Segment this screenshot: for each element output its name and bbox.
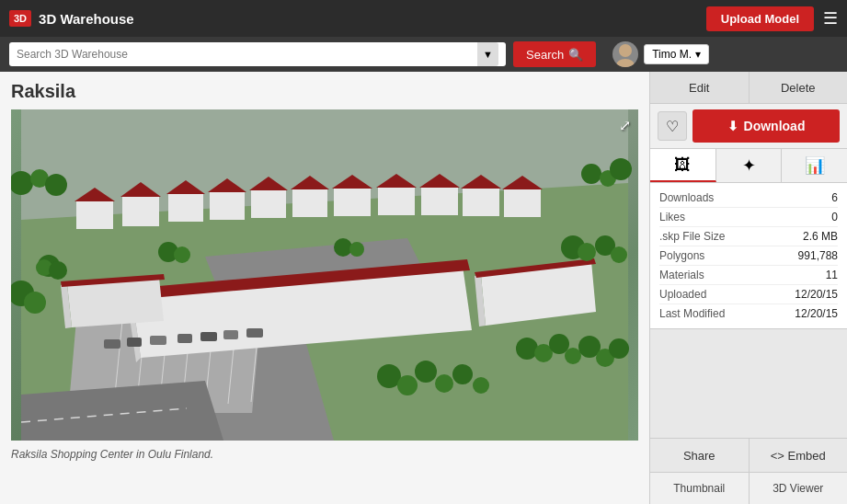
svg-rect-40 [504,189,541,217]
share-embed-bar: Share <> Embed [650,438,847,472]
app-header: 3D 3D Warehouse Upload Model ☰ [0,0,847,37]
svg-point-74 [581,164,601,184]
expand-icon[interactable]: ⤢ [619,117,631,134]
svg-point-66 [397,375,418,395]
svg-rect-36 [421,188,458,215]
svg-point-67 [415,361,437,383]
svg-point-1 [616,59,635,67]
model-caption: Raksila Shopping Center in Oulu Finland. [11,448,638,461]
skp-size-value: 2.6 MB [803,230,838,243]
hamburger-icon[interactable]: ☰ [823,8,838,29]
downloads-label: Downloads [659,191,714,204]
user-dropdown[interactable]: Timo M. ▾ [644,44,709,64]
download-button[interactable]: ⬇ Download [692,109,840,143]
svg-rect-24 [168,194,203,222]
logo-icon: 3D [9,10,31,27]
polygons-label: Polygons [659,249,704,262]
search-input[interactable] [17,48,477,61]
svg-point-60 [549,334,569,354]
svg-point-57 [611,246,627,263]
stat-row-downloads: Downloads 6 [659,189,838,208]
search-button-label: Search [526,48,564,62]
svg-rect-30 [292,189,327,217]
svg-point-69 [452,364,473,384]
svg-rect-34 [378,188,415,215]
stat-row-last-modified: Last Modified 12/20/15 [659,304,838,323]
skp-size-label: .skp File Size [659,230,725,243]
svg-rect-84 [223,330,238,339]
download-icon: ⬇ [727,119,738,133]
svg-point-49 [24,292,46,314]
action-buttons: Edit Delete [650,72,847,104]
avatar [612,41,638,67]
model-scene-svg [11,109,638,441]
tab-3d-button[interactable]: ✦ [716,149,783,182]
search-icon: 🔍 [568,48,583,62]
header-right: Upload Model ☰ [706,6,838,31]
favorite-button[interactable]: ♡ [658,111,687,141]
right-panel: Edit Delete ♡ ⬇ Download 🖼 ✦ 📊 [649,72,847,504]
search-button[interactable]: Search 🔍 [513,41,596,67]
viewer-tabs: Thumbnail 3D Viewer [650,472,847,504]
svg-point-76 [610,158,632,180]
svg-rect-20 [76,201,113,229]
svg-point-70 [473,377,489,394]
tab-icons: 🖼 ✦ 📊 [650,149,847,183]
svg-point-61 [565,348,581,364]
svg-point-0 [619,44,632,57]
svg-rect-28 [251,190,286,218]
logo-text: 3D Warehouse [39,11,134,27]
svg-rect-79 [104,339,120,349]
stat-row-polygons: Polygons 991,788 [659,246,838,266]
logo: 3D 3D Warehouse [9,10,134,27]
dropdown-chevron-icon: ▾ [695,48,701,61]
main-content: Raksila [0,72,847,504]
search-input-wrapper: ▼ [9,42,506,66]
stat-row-uploaded: Uploaded 12/20/15 [659,285,838,304]
svg-point-68 [435,374,453,393]
materials-value: 11 [826,269,838,281]
svg-rect-83 [200,332,217,341]
svg-rect-81 [150,336,166,345]
delete-button[interactable]: Delete [750,72,848,103]
svg-rect-80 [127,338,142,347]
edit-button[interactable]: Edit [650,72,750,103]
model-image: ⤢ [11,109,638,441]
svg-rect-82 [177,334,192,343]
search-bar: ▼ Search 🔍 Timo M. ▾ [0,37,847,72]
thumbnail-tab[interactable]: Thumbnail [650,473,750,504]
svg-rect-26 [210,192,245,220]
3d-tab-icon: ✦ [742,155,756,176]
materials-label: Materials [659,269,704,281]
svg-point-52 [334,238,352,257]
3d-viewer-tab[interactable]: 3D Viewer [750,473,848,504]
svg-rect-22 [122,197,159,226]
svg-point-58 [516,338,538,360]
last-modified-label: Last Modified [659,307,725,320]
stats-tab-icon: 📊 [805,155,825,176]
last-modified-value: 12/20/15 [795,307,838,320]
svg-point-64 [609,338,629,359]
tab-image-button[interactable]: 🖼 [650,149,716,182]
stat-row-skp-size: .skp File Size 2.6 MB [659,227,838,246]
svg-point-47 [49,261,67,280]
download-area: ♡ ⬇ Download [650,104,847,149]
embed-button[interactable]: <> Embed [750,439,848,472]
image-tab-icon: 🖼 [674,155,691,175]
svg-rect-38 [463,189,499,216]
tab-stats-button[interactable]: 📊 [782,149,847,182]
uploaded-label: Uploaded [659,288,706,301]
model-image-wrapper: ⤢ [11,109,638,441]
svg-point-73 [45,174,67,196]
upload-model-button[interactable]: Upload Model [706,6,814,31]
share-button[interactable]: Share [650,439,750,472]
search-dropdown-button[interactable]: ▼ [477,42,498,66]
user-name: Timo M. [652,48,692,61]
download-button-label: Download [744,119,806,133]
user-area: Timo M. ▾ [612,41,709,67]
stat-row-materials: Materials 11 [659,266,838,285]
stats-section: Downloads 6 Likes 0 .skp File Size 2.6 M… [650,183,847,329]
likes-label: Likes [659,211,685,223]
svg-rect-32 [334,189,371,216]
svg-point-53 [349,242,364,257]
